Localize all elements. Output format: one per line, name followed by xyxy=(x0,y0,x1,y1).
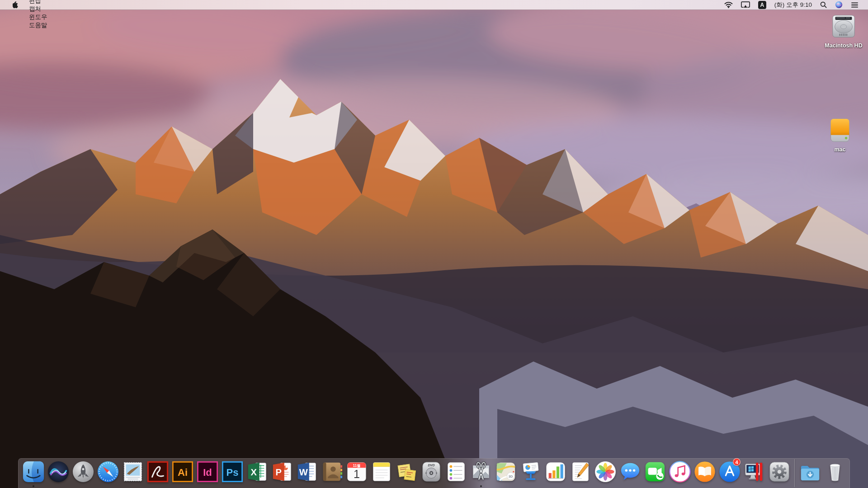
excel-icon: X xyxy=(246,460,269,483)
grab-icon xyxy=(470,460,492,483)
svg-text:P: P xyxy=(275,467,281,477)
spotlight-icon[interactable] xyxy=(816,0,831,9)
calendar-icon: 11월1 xyxy=(345,460,368,483)
dock-item-itunes[interactable] xyxy=(667,458,692,488)
dock-item-messages[interactable] xyxy=(618,458,642,488)
notification-center-icon[interactable] xyxy=(847,0,863,9)
dock-item-mail[interactable] xyxy=(120,458,145,488)
app-menus: 화면 캡처파일편집캡처윈도우도움말 xyxy=(24,0,60,29)
svg-text:DVD: DVD xyxy=(428,463,434,467)
dock-item-facetime[interactable] xyxy=(642,458,667,488)
menu-item-3[interactable]: 캡처 xyxy=(24,5,60,13)
desktop-icon-label: Macintosh HD xyxy=(825,42,862,49)
menu-item-2[interactable]: 편집 xyxy=(24,0,60,5)
itunes-icon xyxy=(669,460,691,483)
safari-icon xyxy=(97,460,119,483)
dock-item-downloads[interactable] xyxy=(797,458,822,488)
menu-item-4[interactable]: 윈도우 xyxy=(24,13,60,21)
internal-drive-icon xyxy=(829,14,859,42)
menu-item-5[interactable]: 도움말 xyxy=(24,21,60,29)
siri-icon xyxy=(47,460,70,483)
dock-item-calendar[interactable]: 11월1 xyxy=(344,458,369,488)
dock-item-notes[interactable] xyxy=(369,458,394,488)
external-drive-icon xyxy=(825,117,855,145)
apple-menu[interactable] xyxy=(8,0,24,9)
dock-item-reminders[interactable] xyxy=(443,458,468,488)
pages-icon xyxy=(569,460,592,483)
dock-item-trash[interactable] xyxy=(822,458,847,488)
stickies-icon xyxy=(395,460,418,483)
dock-item-pages[interactable] xyxy=(568,458,593,488)
running-indicator xyxy=(480,485,482,487)
input-source-badge: A xyxy=(758,1,766,9)
dock-item-appstore[interactable]: 4 xyxy=(717,458,742,488)
powerpoint-icon: P xyxy=(271,460,293,483)
dock-item-grab[interactable] xyxy=(468,458,493,488)
siri-icon[interactable] xyxy=(831,0,847,9)
input-source-icon[interactable]: A xyxy=(754,0,770,9)
messages-icon xyxy=(619,460,642,483)
svg-text:1: 1 xyxy=(354,468,360,480)
dock-item-maps[interactable]: 3D xyxy=(493,458,518,488)
dock-item-photos[interactable] xyxy=(593,458,618,488)
clock-menu[interactable]: (화) 오후 9:10 xyxy=(770,0,816,9)
dock-item-ibooks[interactable] xyxy=(692,458,717,488)
svg-text:Id: Id xyxy=(203,467,212,478)
dock-item-acrobat[interactable] xyxy=(145,458,170,488)
trash-icon xyxy=(824,460,846,483)
running-indicator xyxy=(33,485,34,487)
svg-text:Ai: Ai xyxy=(177,467,187,478)
dock-item-powerpoint[interactable]: P xyxy=(269,458,294,488)
desktop-icon-label: mac xyxy=(834,146,845,153)
dock-item-numbers[interactable] xyxy=(543,458,568,488)
dock-item-illustrator[interactable]: Ai xyxy=(170,458,195,488)
dock-item-excel[interactable]: X xyxy=(245,458,269,488)
numbers-icon xyxy=(544,460,567,483)
desktop-icon-macintosh-hd[interactable]: Macintosh HD xyxy=(821,14,866,49)
dock-item-parallels[interactable] xyxy=(742,458,767,488)
wifi-icon[interactable] xyxy=(720,0,737,9)
parallels-icon xyxy=(743,460,766,483)
word-icon: W xyxy=(296,460,318,483)
desktop-icon-mac[interactable]: mac xyxy=(817,117,863,153)
wallpaper-sierra-mountains xyxy=(0,0,868,488)
dock-item-contacts[interactable] xyxy=(319,458,344,488)
svg-text:3D: 3D xyxy=(508,474,513,479)
acrobat-icon xyxy=(146,460,169,483)
svg-text:Ps: Ps xyxy=(226,467,238,478)
photos-icon xyxy=(594,460,617,483)
dock-item-dvd-player[interactable]: DVD xyxy=(419,458,443,488)
dock-separator xyxy=(794,459,795,487)
dvd-player-icon: DVD xyxy=(420,460,443,483)
menu-bar-clock: (화) 오후 9:10 xyxy=(774,1,812,9)
dock-item-indesign[interactable]: Id xyxy=(195,458,220,488)
notification-badge: 4 xyxy=(733,458,741,466)
maps-icon: 3D xyxy=(495,460,517,483)
dock-item-siri[interactable] xyxy=(46,458,71,488)
system-preferences-icon xyxy=(768,460,791,483)
dock-item-safari[interactable] xyxy=(95,458,120,488)
keynote-icon xyxy=(519,460,542,483)
notes-icon xyxy=(370,460,393,483)
svg-text:X: X xyxy=(250,467,257,477)
desktop: 화면 캡처파일편집캡처윈도우도움말 A (화) 오후 9:10 xyxy=(0,0,868,488)
airplay-display-icon[interactable] xyxy=(737,0,754,9)
dock-item-stickies[interactable] xyxy=(394,458,419,488)
apple-logo-icon xyxy=(13,1,19,9)
ibooks-icon xyxy=(693,460,716,483)
illustrator-icon: Ai xyxy=(171,460,194,483)
dock-item-photoshop[interactable]: Ps xyxy=(220,458,245,488)
finder-icon xyxy=(22,460,45,483)
dock-item-finder[interactable] xyxy=(21,458,46,488)
launchpad-icon xyxy=(72,460,94,483)
facetime-icon xyxy=(644,460,666,483)
dock-item-system-preferences[interactable] xyxy=(767,458,792,488)
mail-icon xyxy=(122,460,144,483)
svg-text:W: W xyxy=(299,467,308,477)
dock-item-launchpad[interactable] xyxy=(71,458,95,488)
dock-item-word[interactable]: W xyxy=(294,458,319,488)
dock: AiIdPsXPW11월1DVD3D4 xyxy=(18,458,850,488)
photoshop-icon: Ps xyxy=(221,460,244,483)
svg-text:11월: 11월 xyxy=(353,464,360,468)
dock-item-keynote[interactable] xyxy=(518,458,543,488)
